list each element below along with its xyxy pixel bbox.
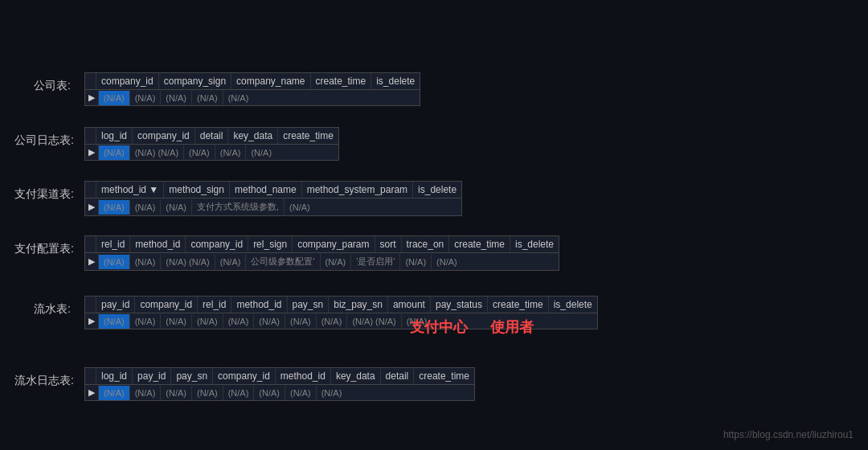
- col-header-flow_log-2: pay_sn: [171, 368, 213, 384]
- col-cell-flow_log-3: (N/A): [192, 386, 223, 400]
- col-header-flow_log-3: company_id: [213, 368, 276, 384]
- table-flow_log: log_idpay_idpay_sncompany_idmethod_idkey…: [84, 367, 475, 401]
- col-header-flow_log-0: log_id: [96, 368, 133, 384]
- col-header-flow_log-7: create_time: [414, 368, 474, 384]
- col-header-pay_config-3: rel_sign: [248, 236, 293, 252]
- col-cell-pay_method-4: (N/A): [285, 200, 315, 215]
- table-company_log: log_idcompany_iddetailkey_datacreate_tim…: [84, 127, 339, 161]
- col-cell-flow_log-0: (N/A): [99, 386, 130, 400]
- col-cell-flow_log-1: (N/A): [130, 386, 162, 400]
- col-header-company-2: company_name: [231, 73, 310, 89]
- col-cell-pay_config-5: (N/A): [321, 255, 352, 269]
- col-header-flow_log-5: key_data: [331, 368, 381, 384]
- col-header-pay_config-1: method_id: [130, 236, 186, 252]
- col-cell-flow-4: (N/A): [223, 314, 255, 329]
- col-header-company_log-4: create_time: [278, 128, 338, 144]
- col-cell-pay_config-7: (N/A): [400, 255, 432, 269]
- col-cell-flow-1: (N/A): [130, 314, 162, 329]
- label-company_log: 公司日志表:: [14, 133, 82, 148]
- col-header-company_log-0: log_id: [96, 128, 133, 144]
- col-header-flow-8: create_time: [488, 297, 549, 313]
- col-header-flow-5: biz_pay_sn: [329, 297, 388, 313]
- col-header-flow-1: company_id: [135, 297, 198, 313]
- col-cell-pay_method-1: (N/A): [130, 200, 162, 215]
- col-header-flow-9: is_delete: [549, 297, 597, 313]
- col-cell-company_log-0: (N/A): [99, 145, 130, 160]
- col-header-pay_method-2: method_name: [230, 182, 302, 198]
- col-cell-flow-7: (N/A): [317, 314, 348, 329]
- col-header-pay_method-4: is_delete: [413, 182, 461, 198]
- table-pay_config: rel_idmethod_idcompany_idrel_signcompany…: [84, 235, 559, 271]
- col-cell-company-2: (N/A): [161, 91, 192, 105]
- col-cell-company_log-2: (N/A): [184, 145, 215, 160]
- col-header-flow-7: pay_status: [431, 297, 488, 313]
- col-cell-company-3: (N/A): [192, 91, 223, 105]
- col-cell-company-1: (N/A): [130, 91, 162, 105]
- col-cell-flow-3: (N/A): [192, 314, 223, 329]
- col-header-pay_config-4: company_param: [293, 236, 375, 252]
- col-cell-flow_log-4: (N/A): [223, 386, 255, 400]
- label-company: 公司表:: [14, 79, 79, 93]
- col-cell-flow_log-6: (N/A): [285, 386, 317, 400]
- col-cell-pay_config-2: (N/A) (N/A): [161, 255, 215, 269]
- label-flow_log: 流水日志表:: [14, 374, 82, 388]
- col-header-flow-6: amount: [388, 297, 431, 313]
- col-header-company-1: company_sign: [159, 73, 231, 89]
- watermark: https://blog.csdn.net/liuzhirou1: [723, 429, 854, 440]
- col-header-flow-2: rel_id: [198, 297, 231, 313]
- col-cell-company-4: (N/A): [223, 91, 254, 105]
- table-company: company_idcompany_signcompany_namecreate…: [84, 72, 420, 106]
- col-header-flow-4: pay_sn: [288, 297, 330, 313]
- col-cell-pay_config-6: '是否启用': [351, 253, 400, 270]
- col-cell-company_log-4: (N/A): [246, 145, 276, 160]
- col-header-flow_log-4: method_id: [276, 368, 331, 384]
- col-cell-flow-5: (N/A): [254, 314, 285, 329]
- col-cell-flow-6: (N/A): [285, 314, 317, 329]
- label-pay_method: 支付渠道表:: [14, 187, 82, 202]
- col-cell-flow-8: (N/A) (N/A): [347, 314, 401, 329]
- col-header-company-0: company_id: [96, 73, 159, 89]
- col-header-pay_method-0: method_id ▼: [96, 182, 164, 198]
- col-header-pay_config-7: create_time: [449, 236, 510, 252]
- col-cell-company_log-1: (N/A) (N/A): [130, 145, 184, 160]
- col-cell-flow_log-2: (N/A): [161, 386, 192, 400]
- col-cell-flow_log-5: (N/A): [254, 386, 285, 400]
- col-header-pay_config-5: sort: [375, 236, 402, 252]
- col-header-flow_log-1: pay_id: [133, 368, 171, 384]
- col-header-flow_log-6: detail: [381, 368, 415, 384]
- col-cell-pay_config-1: (N/A): [130, 255, 162, 269]
- col-header-flow-0: pay_id: [96, 297, 135, 313]
- col-cell-pay_config-0: (N/A): [99, 255, 130, 269]
- table-pay_method: method_id ▼method_signmethod_namemethod_…: [84, 181, 462, 216]
- flow-center-label: 支付中心: [410, 317, 468, 337]
- col-header-company_log-1: company_id: [133, 128, 195, 144]
- col-header-pay_config-8: is_delete: [510, 236, 559, 252]
- col-cell-flow_log-7: (N/A): [317, 386, 347, 400]
- col-header-pay_config-0: rel_id: [96, 236, 130, 252]
- col-cell-pay_method-0: (N/A): [99, 200, 130, 215]
- label-pay_config: 支付配置表:: [14, 242, 82, 256]
- col-cell-company-0: (N/A): [99, 91, 130, 105]
- col-header-pay_config-6: trace_on: [402, 236, 450, 252]
- col-header-pay_method-3: method_system_param: [302, 182, 413, 198]
- col-header-pay_method-1: method_sign: [164, 182, 230, 198]
- flow-center-label: 使用者: [490, 317, 534, 337]
- label-flow: 流水表:: [14, 302, 79, 317]
- col-cell-flow-0: (N/A): [99, 314, 130, 329]
- col-header-flow-3: method_id: [231, 297, 287, 313]
- col-cell-pay_method-3: 支付方式系统级参数,: [192, 198, 285, 215]
- col-header-company_log-2: detail: [195, 128, 229, 144]
- col-cell-company_log-3: (N/A): [215, 145, 247, 160]
- col-cell-pay_config-8: (N/A): [432, 255, 462, 269]
- col-header-company-4: is_delete: [371, 73, 420, 89]
- col-cell-pay_method-2: (N/A): [161, 200, 192, 215]
- col-cell-flow-2: (N/A): [161, 314, 192, 329]
- col-cell-pay_config-4: 公司级参数配置': [246, 253, 320, 270]
- col-header-company_log-3: key_data: [228, 128, 278, 144]
- col-header-company-3: create_time: [311, 73, 372, 89]
- col-cell-pay_config-3: (N/A): [215, 255, 247, 269]
- col-header-pay_config-2: company_id: [186, 236, 248, 252]
